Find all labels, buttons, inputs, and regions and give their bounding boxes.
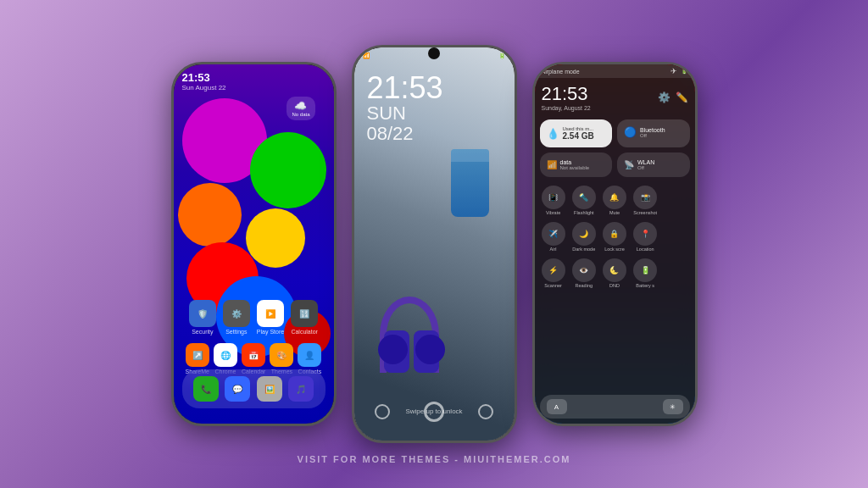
dock: 📞 💬 🖼️ 🎵	[182, 369, 326, 408]
btn-row-3: ⚡ Scanner 👁️ Reading 🌜 DND 🔋	[535, 255, 695, 291]
location-btn[interactable]: 📍 Location	[632, 222, 659, 252]
data-tile[interactable]: 📶 data Not available	[540, 152, 613, 177]
lockscreen-time: 21:53 SUN 08/22	[367, 73, 443, 144]
cup-visual	[451, 149, 489, 217]
reading-btn[interactable]: 👁️ Reading	[570, 258, 598, 288]
flashlight-btn[interactable]: 🔦 Flashlight	[570, 186, 598, 215]
front-camera	[428, 47, 440, 59]
edit-icon[interactable]: ✏️	[676, 92, 688, 103]
circle-green	[250, 132, 326, 208]
status-bar: 21:53 Sun August 22 ☁️ No data	[182, 71, 326, 92]
btn-row-1: 📳 Vibrate 🔦 Flashlight 🔔 Mute 📸	[535, 182, 695, 219]
date-display: Sun August 22	[182, 84, 226, 92]
vibrate-btn[interactable]: 📳 Vibrate	[540, 186, 567, 215]
lockscreen-btn[interactable]: 🔒 Lock scre	[601, 222, 628, 252]
app-row-1: 🛡️ Security ⚙️ Settings ▶️ Play Store	[181, 300, 327, 335]
watermark: VISIT FOR MORE THEMES - MIUITHEMER.COM	[298, 454, 571, 464]
cc-top-icons: ⚙️ ✏️	[658, 92, 688, 103]
time-display: 21:53	[182, 71, 226, 84]
airplane-bar: Airplane mode ✈ 🔋	[535, 64, 695, 78]
bluetooth-tile[interactable]: 🔵 Bluetooth Off	[617, 119, 690, 147]
settings-icon[interactable]: ⚙️	[658, 92, 670, 103]
home-screen: 21:53 Sun August 22 ☁️ No data 🛡️	[174, 64, 334, 424]
kb-btn-star[interactable]: ✳	[663, 399, 683, 414]
app-settings[interactable]: ⚙️ Settings	[223, 300, 250, 335]
circle-orange	[178, 183, 242, 247]
dock-phone[interactable]: 📞	[193, 376, 219, 402]
control-panel: Airplane mode ✈ 🔋 21:53 Sunday, August 2…	[535, 64, 695, 424]
circle-yellow	[246, 208, 305, 268]
btn-row-2: ✈️ Airl 🌙 Dark mode 🔒 Lock scre 📍	[535, 219, 695, 255]
kb-btn-a[interactable]: A	[547, 399, 567, 414]
keyboard-bar: A ✳	[540, 395, 690, 419]
control-screen: Airplane mode ✈ 🔋 21:53 Sunday, August 2…	[535, 64, 695, 424]
dnd-btn[interactable]: 🌜 DND	[601, 258, 628, 288]
headphones-visual	[371, 246, 498, 373]
top-tiles: 💧 Used this m... 2.54 GB 🔵	[535, 114, 695, 152]
cam-right[interactable]	[478, 404, 493, 419]
screenshot-btn[interactable]: 📸 Screenshot	[632, 186, 659, 215]
scanner-btn[interactable]: ⚡ Scanner	[540, 258, 567, 288]
app-calculator[interactable]: 🔢 Calculator	[291, 300, 318, 335]
cc-time-row: 21:53 Sunday, August 22 ⚙️ ✏️	[535, 78, 695, 114]
phones-container: 21:53 Sun August 22 ☁️ No data 🛡️	[154, 0, 715, 488]
weather-widget: ☁️ No data	[287, 97, 314, 120]
lock-screen: 📶 🔋 21:53 SUN 08/22 Swipe up to unlock	[354, 47, 515, 441]
dock-music[interactable]: 🎵	[288, 376, 314, 402]
battery-btn[interactable]: 🔋 Battery s	[632, 258, 659, 288]
darkmode-btn[interactable]: 🌙 Dark mode	[570, 222, 598, 252]
airplane-btn[interactable]: ✈️ Airl	[540, 222, 567, 252]
dock-messages[interactable]: 💬	[225, 376, 250, 402]
phone-control: Airplane mode ✈ 🔋 21:53 Sunday, August 2…	[532, 62, 698, 426]
phone-home: 21:53 Sun August 22 ☁️ No data 🛡️	[171, 62, 337, 426]
cam-shutter[interactable]	[424, 402, 444, 422]
storage-tile[interactable]: 💧 Used this m... 2.54 GB	[540, 119, 613, 147]
phone-lockscreen: 📶 🔋 21:53 SUN 08/22 Swipe up to unlock	[352, 45, 517, 443]
dock-gallery[interactable]: 🖼️	[257, 376, 282, 402]
app-playstore[interactable]: ▶️ Play Store	[257, 300, 284, 335]
cam-left[interactable]	[375, 404, 390, 419]
wlan-tile[interactable]: 📡 WLAN Off	[617, 152, 690, 177]
mid-tiles: 📶 data Not available 📡	[535, 152, 695, 182]
mute-btn[interactable]: 🔔 Mute	[601, 186, 628, 215]
camera-controls	[375, 402, 493, 422]
app-security[interactable]: 🛡️ Security	[189, 300, 216, 335]
